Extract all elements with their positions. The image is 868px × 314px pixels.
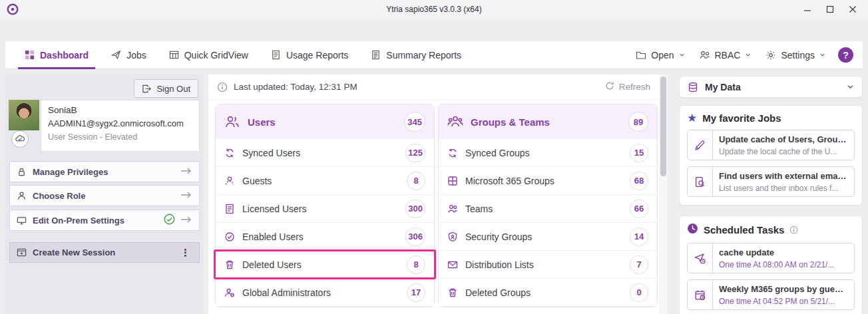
- stat-row-synced-groups[interactable]: Synced Groups 15: [439, 139, 657, 167]
- stat-label: Distribution Lists: [465, 259, 534, 270]
- task-send-icon: [688, 243, 713, 273]
- scheduled-task-title: cache update: [719, 247, 848, 257]
- task-calendar-icon: [688, 280, 713, 309]
- tab-quick-gridview[interactable]: Quick GridView: [158, 41, 260, 69]
- scheduled-tasks-header: Scheduled Tasks: [687, 223, 855, 237]
- choose-role-button[interactable]: Choose Role: [9, 185, 200, 206]
- app-window: Ytria sapio365 v3.0.3 (x64) Dashboard Jo…: [0, 0, 868, 314]
- groups-icon: [447, 114, 463, 130]
- favorite-job-title: Update cache of Users, Groups...: [719, 134, 848, 144]
- tab-bar: Dashboard Jobs Quick GridView Usage Repo…: [5, 41, 863, 69]
- vertical-scrollbar[interactable]: [659, 75, 668, 314]
- last-updated-text: Last updated: Today, 12:31 PM: [234, 82, 357, 92]
- summary-reports-icon: [371, 50, 381, 60]
- user-avatar[interactable]: [9, 100, 39, 130]
- stat-count-badge: 15: [630, 144, 648, 162]
- groups-card-header[interactable]: Groups & Teams 89: [439, 104, 657, 139]
- users-card-header[interactable]: Users 345: [216, 104, 434, 139]
- jobs-icon: [111, 50, 121, 60]
- close-button[interactable]: [841, 0, 864, 19]
- maximize-button[interactable]: [819, 0, 841, 19]
- groups-teams-card: Groups & Teams 89 Synced Groups 15 Micro…: [438, 104, 658, 307]
- manage-privileges-button[interactable]: Manage Privileges: [9, 161, 200, 182]
- titlebar: Ytria sapio365 v3.0.3 (x64): [0, 0, 868, 19]
- favorite-job-subtitle: Update the local cache of the U...: [719, 147, 848, 156]
- new-session-window-icon: [17, 247, 27, 257]
- chevron-down-icon: [847, 83, 854, 90]
- tab-summary-reports[interactable]: Summary Reports: [359, 41, 473, 69]
- user-email: AADMIN1@sygx2.onmicrosoft.com: [48, 118, 192, 128]
- privileges-lock-icon: [17, 167, 27, 177]
- stat-label: Licensed Users: [242, 204, 307, 214]
- guest-icon: [224, 176, 235, 186]
- stat-row-licensed-users[interactable]: Licensed Users 300: [216, 195, 434, 223]
- edit-onprem-settings-button[interactable]: Edit On-Prem Settings: [9, 210, 200, 231]
- right-panel: My Data ★ My favorite Jobs Update cache …: [679, 75, 863, 314]
- scheduled-task-item[interactable]: Weekly M365 groups by guest... One time …: [687, 279, 855, 310]
- onprem-settings-icon: [17, 216, 27, 226]
- stat-row-distribution-lists[interactable]: Distribution Lists 7: [439, 251, 657, 279]
- stat-row-guests[interactable]: Guests 8: [216, 167, 434, 195]
- refresh-icon: [605, 81, 614, 92]
- stat-label: Guests: [242, 176, 272, 186]
- stat-row-synced-users[interactable]: Synced Users 125: [216, 139, 434, 167]
- stat-count-badge: 14: [630, 228, 648, 246]
- clock-icon: [687, 223, 698, 237]
- pen-icon: [688, 130, 713, 160]
- sign-out-button[interactable]: Sign Out: [134, 79, 198, 98]
- stat-row-deleted-users[interactable]: Deleted Users 8: [216, 251, 434, 279]
- dashboard-header: Last updated: Today, 12:31 PM Refresh: [208, 75, 659, 100]
- my-data-expander[interactable]: My Data: [679, 76, 863, 98]
- users-card-title: Users: [248, 116, 276, 128]
- app-icon: [7, 3, 19, 15]
- minimize-button[interactable]: [796, 0, 819, 19]
- users-count-badge: 345: [404, 112, 425, 132]
- sign-out-icon: [142, 84, 152, 94]
- status-ok-icon: [164, 214, 175, 227]
- stat-row-deleted-groups[interactable]: Deleted Groups 0: [439, 279, 657, 307]
- cloud-session-badge-icon: [11, 130, 29, 148]
- sync-icon: [447, 148, 458, 158]
- rbac-menu-button[interactable]: RBAC: [692, 41, 759, 69]
- refresh-button[interactable]: Refresh: [605, 81, 650, 92]
- stat-count-badge: 0: [630, 283, 648, 302]
- help-button[interactable]: ?: [838, 47, 853, 63]
- settings-label: Settings: [781, 50, 815, 61]
- stat-row-m365-groups[interactable]: Microsoft 365 Groups 68: [439, 167, 657, 195]
- arrow-right-icon: [180, 191, 192, 201]
- open-menu-button[interactable]: Open: [628, 41, 692, 69]
- tab-usage-reports[interactable]: Usage Reports: [260, 41, 359, 69]
- enabled-users-icon: [224, 232, 235, 242]
- groups-card-title: Groups & Teams: [471, 116, 550, 128]
- tab-dashboard[interactable]: Dashboard: [13, 41, 100, 69]
- tab-jobs[interactable]: Jobs: [100, 41, 158, 69]
- create-new-session-button[interactable]: Create New Session ⋮: [9, 242, 200, 263]
- tab-label: Jobs: [126, 50, 146, 61]
- user-name: SoniaB: [48, 105, 192, 115]
- favorite-jobs-header: ★ My favorite Jobs: [687, 112, 855, 124]
- dashboard-grid-icon: [25, 50, 35, 60]
- scheduled-task-text: cache update One time At 08:00 AM on 2/2…: [713, 243, 854, 273]
- open-label: Open: [651, 50, 674, 61]
- favorite-job-text: Find users with external email ... List …: [713, 167, 854, 196]
- favorite-job-item[interactable]: Find users with external email ... List …: [687, 166, 855, 197]
- stat-count-badge: 8: [407, 255, 425, 274]
- favorite-job-item[interactable]: Update cache of Users, Groups... Update …: [687, 130, 855, 160]
- stat-label: Synced Groups: [465, 148, 530, 158]
- stat-row-global-administrators[interactable]: Global Administrators 17: [216, 279, 434, 307]
- settings-menu-button[interactable]: Settings: [758, 41, 833, 69]
- chevron-down-icon: [819, 52, 825, 58]
- stat-row-enabled-users[interactable]: Enabled Users 306: [216, 223, 434, 251]
- kebab-menu-icon[interactable]: ⋮: [178, 247, 192, 257]
- sync-icon: [224, 148, 235, 158]
- choose-role-label: Choose Role: [33, 191, 85, 201]
- scheduled-task-subtitle: One time At 04:52 PM on 5/21/...: [719, 297, 848, 306]
- stat-count-badge: 306: [405, 228, 425, 246]
- users-icon: [224, 114, 240, 130]
- stat-row-teams[interactable]: Teams 66: [439, 195, 657, 223]
- scrollbar-thumb[interactable]: [660, 77, 666, 176]
- stat-row-security-groups[interactable]: Security Groups 14: [439, 223, 657, 251]
- session-sidebar: Sign Out SoniaB AADMIN1@sygx2.onmicrosof…: [5, 75, 204, 314]
- scheduled-task-item[interactable]: cache update One time At 08:00 AM on 2/2…: [687, 243, 855, 273]
- trash-icon: [447, 287, 458, 298]
